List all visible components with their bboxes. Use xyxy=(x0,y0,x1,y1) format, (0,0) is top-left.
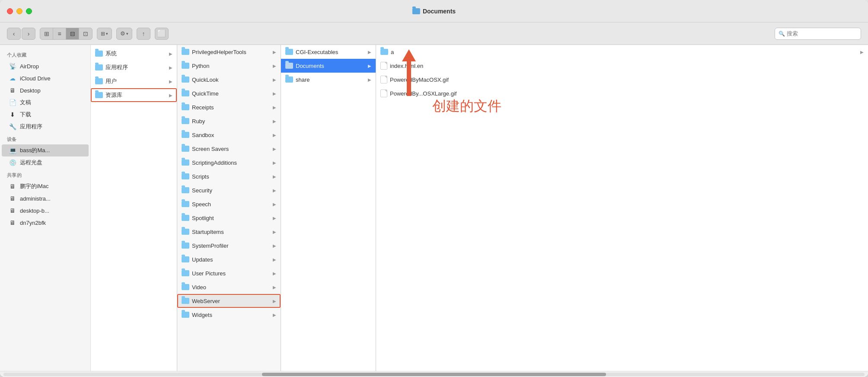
col2-item-16[interactable]: User Pictures▶ xyxy=(177,266,281,280)
col2-label-8: ScriptingAdditions xyxy=(192,160,270,166)
col2-arrow-3: ▶ xyxy=(273,91,276,96)
col2-item-6[interactable]: Sandbox▶ xyxy=(177,128,281,142)
docs-icon: 📄 xyxy=(9,99,16,106)
icloud-icon: ☁ xyxy=(9,74,16,82)
folder-icon-col2-9 xyxy=(182,173,189,179)
sidebar-item-desktopb[interactable]: 🖥 desktop-b... xyxy=(2,204,89,217)
col1-item-system[interactable]: 系统 ▶ xyxy=(91,47,177,61)
col2-arrow-17: ▶ xyxy=(273,285,276,290)
col3-item-0[interactable]: CGI-Executables▶ xyxy=(281,45,376,59)
col2-item-10[interactable]: Security▶ xyxy=(177,183,281,197)
sidebar-label-icloud: iCloud Drive xyxy=(20,75,51,82)
sidebar-item-administra[interactable]: 🖥 administra... xyxy=(2,192,89,204)
fullscreen-button[interactable] xyxy=(26,8,32,14)
col2-item-8[interactable]: ScriptingAdditions▶ xyxy=(177,156,281,169)
file-icon-col4-2 xyxy=(380,76,387,83)
col2-item-19[interactable]: Widgets▶ xyxy=(177,308,281,322)
column-2: PrivilegedHelperTools▶Python▶QuickLook▶Q… xyxy=(177,45,281,371)
share-button[interactable]: ↑ xyxy=(137,28,150,40)
horizontal-scrollbar[interactable] xyxy=(3,373,865,376)
col2-item-2[interactable]: QuickLook▶ xyxy=(177,73,281,86)
folder-icon-col3-0 xyxy=(285,49,293,55)
col2-item-13[interactable]: StartupItems▶ xyxy=(177,225,281,239)
sidebar-item-downloads[interactable]: ⬇ 下载 xyxy=(2,109,89,121)
optical-icon: 💿 xyxy=(9,159,16,166)
col2-item-3[interactable]: QuickTime▶ xyxy=(177,86,281,100)
bottom-scrollbar xyxy=(0,371,868,377)
minimize-button[interactable] xyxy=(16,8,22,14)
main-content: 个人收藏 📡 AirDrop ☁ iCloud Drive 🖥 Desktop … xyxy=(0,45,868,371)
col2-item-11[interactable]: Speech▶ xyxy=(177,197,281,211)
col2-label-7: Screen Savers xyxy=(192,146,270,152)
col4-item-0[interactable]: a▶ xyxy=(376,45,868,59)
view-list-button[interactable]: ≡ xyxy=(53,28,66,39)
forward-button[interactable]: › xyxy=(22,28,35,40)
folder-icon-col2-6 xyxy=(182,132,189,138)
folder-icon-col2-4 xyxy=(182,104,189,110)
sidebar-item-icloud[interactable]: ☁ iCloud Drive xyxy=(2,72,89,84)
view-more-button[interactable]: ⊞▾ xyxy=(97,28,112,40)
col2-item-9[interactable]: Scripts▶ xyxy=(177,169,281,183)
col1-item-apps[interactable]: 应用程序 ▶ xyxy=(91,61,177,74)
col2-arrow-14: ▶ xyxy=(273,243,276,248)
search-input[interactable] xyxy=(787,30,856,37)
arrow-head xyxy=(402,49,416,61)
folder-icon-col2-7 xyxy=(182,146,189,152)
col1-item-library[interactable]: 资源库 ▶ xyxy=(91,88,177,102)
back-button[interactable]: ‹ xyxy=(7,28,21,40)
col3-item-2[interactable]: share▶ xyxy=(281,73,376,86)
col2-item-12[interactable]: Spotlight▶ xyxy=(177,211,281,225)
file-icon-col4-1 xyxy=(380,62,387,70)
arrow-body xyxy=(407,61,411,96)
col2-item-0[interactable]: PrivilegedHelperTools▶ xyxy=(177,45,281,59)
col3-item-1[interactable]: Documents▶ xyxy=(281,59,376,73)
tag-button[interactable]: ⬜ xyxy=(155,28,169,40)
sidebar-item-optical[interactable]: 💿 远程光盘 xyxy=(2,157,89,169)
sidebar-item-airdrop[interactable]: 📡 AirDrop xyxy=(2,60,89,72)
col2-arrow-7: ▶ xyxy=(273,147,276,151)
folder-icon-apps xyxy=(95,64,103,70)
col4-arrow-0: ▶ xyxy=(860,50,864,54)
col2-item-7[interactable]: Screen Savers▶ xyxy=(177,142,281,156)
sidebar-section-favorites: 个人收藏 xyxy=(0,48,90,60)
col3-label-1: Documents xyxy=(296,63,365,69)
sidebar-label-desktopb: desktop-b... xyxy=(20,208,49,214)
col1-arrow-system: ▶ xyxy=(169,51,172,56)
col2-item-18[interactable]: WebServer▶ xyxy=(177,294,281,308)
col2-item-17[interactable]: Video▶ xyxy=(177,280,281,294)
col2-item-15[interactable]: Updates▶ xyxy=(177,252,281,266)
view-icon-button[interactable]: ⊞ xyxy=(40,28,53,39)
col2-item-14[interactable]: SystemProfiler▶ xyxy=(177,239,281,252)
col2-item-4[interactable]: Receipts▶ xyxy=(177,100,281,114)
col4-item-2[interactable]: PoweredByMacOSX.gif xyxy=(376,73,868,86)
action-button[interactable]: ⚙▾ xyxy=(116,28,132,40)
view-gallery-button[interactable]: ⊡ xyxy=(79,28,92,39)
view-columns-button[interactable]: ⊟ xyxy=(66,28,79,39)
sidebar-section-shared: 共享的 xyxy=(0,169,90,180)
sidebar-item-docs[interactable]: 📄 文稿 xyxy=(2,96,89,109)
close-button[interactable] xyxy=(7,8,13,14)
annotation-text: 创建的文件 xyxy=(432,98,501,114)
annotation-arrow xyxy=(402,49,416,96)
sidebar-item-pengyu[interactable]: 🖥 鹏宇的iMac xyxy=(2,180,89,192)
search-box[interactable]: 🔍 xyxy=(775,28,861,40)
col2-item-5[interactable]: Ruby▶ xyxy=(177,114,281,128)
col2-arrow-18: ▶ xyxy=(273,299,276,304)
col2-arrow-11: ▶ xyxy=(273,202,276,207)
col1-item-users[interactable]: 用户 ▶ xyxy=(91,74,177,88)
folder-icon-col2-0 xyxy=(182,49,189,55)
col2-arrow-6: ▶ xyxy=(273,133,276,137)
sidebar-item-apps[interactable]: 🔧 应用程序 xyxy=(2,121,89,133)
sidebar-item-dn7yn2bfk[interactable]: 🖥 dn7yn2bfk xyxy=(2,217,89,229)
col2-label-19: Widgets xyxy=(192,312,270,318)
col2-item-1[interactable]: Python▶ xyxy=(177,59,281,73)
sidebar-item-desktop[interactable]: 🖥 Desktop xyxy=(2,84,89,96)
traffic-lights xyxy=(7,8,32,14)
col2-label-9: Scripts xyxy=(192,173,270,180)
col4-item-1[interactable]: index.html.en xyxy=(376,59,868,73)
column-4: a▶index.html.enPoweredByMacOSX.gifPowere… xyxy=(376,45,868,371)
folder-icon-col3-1 xyxy=(285,63,293,69)
col2-arrow-15: ▶ xyxy=(273,257,276,262)
sidebar-item-bass[interactable]: 💻 bass的Ma... xyxy=(2,144,89,157)
column-1: 系统 ▶ 应用程序 ▶ 用户 ▶ xyxy=(91,45,177,371)
